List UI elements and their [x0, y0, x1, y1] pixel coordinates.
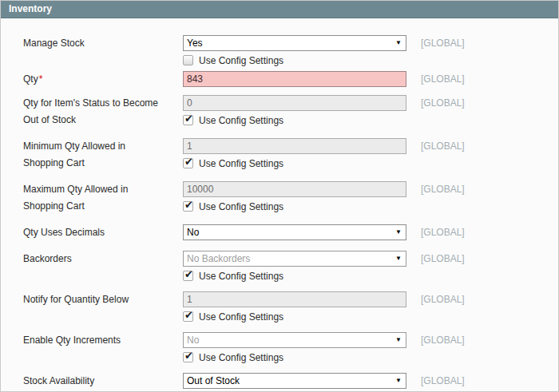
form-row-notify-qty: Notify for Quantity Below Use Config Set… [1, 291, 558, 323]
required-mark: * [39, 73, 43, 85]
form-row-min-qty: Minimum Qty Allowed in Shopping Cart Use… [1, 138, 558, 172]
use-config-label: Use Config Settings [199, 115, 283, 126]
panel-title: Inventory [1, 1, 558, 18]
checkbox-box[interactable] [183, 55, 193, 65]
checkbox-box[interactable] [183, 115, 193, 125]
scope-label: [GLOBAL] [421, 71, 465, 87]
min-qty-input[interactable] [183, 138, 406, 154]
scope-label: [GLOBAL] [421, 224, 465, 240]
use-config-checkbox-row[interactable]: Use Config Settings [183, 351, 406, 363]
stock-availability-select-wrap: Out of Stock ▼ [183, 373, 406, 389]
form-row-max-qty: Maximum Qty Allowed in Shopping Cart Use… [1, 181, 558, 215]
scope-label: [GLOBAL] [421, 373, 465, 389]
use-config-label: Use Config Settings [199, 352, 283, 363]
backorders-select[interactable]: No Backorders [183, 251, 406, 267]
form-row-backorders: Backorders No Backorders ▼ Use Config Se… [1, 251, 558, 282]
manage-stock-select-wrap: Yes ▼ [183, 35, 406, 51]
checkbox-box[interactable] [183, 271, 193, 281]
use-config-label: Use Config Settings [199, 271, 283, 282]
use-config-checkbox-row[interactable]: Use Config Settings [183, 54, 406, 66]
manage-stock-select[interactable]: Yes [183, 35, 406, 51]
form-row-stock-availability: Stock Availability Out of Stock ▼ [GLOBA… [1, 373, 558, 390]
form-row-qty-increments: Enable Qty Increments No ▼ Use Config Se… [1, 332, 558, 363]
scope-label: [GLOBAL] [421, 181, 465, 197]
qty-increments-select-wrap: No ▼ [183, 332, 406, 348]
qty-out-of-stock-input[interactable] [183, 95, 406, 111]
field-label: Enable Qty Increments [23, 332, 167, 349]
qty-decimals-select-wrap: No ▼ [183, 224, 406, 240]
form-row-qty-out-of-stock: Qty for Item's Status to Become Out of S… [1, 95, 558, 129]
scope-label: [GLOBAL] [421, 138, 465, 154]
checkbox-box[interactable] [183, 158, 193, 168]
field-label: Maximum Qty Allowed in Shopping Cart [23, 181, 167, 215]
field-label: Notify for Quantity Below [23, 291, 167, 308]
use-config-label: Use Config Settings [199, 158, 283, 169]
form-row-qty: Qty* [GLOBAL] [1, 71, 558, 88]
use-config-label: Use Config Settings [199, 311, 283, 323]
qty-increments-select[interactable]: No [183, 332, 406, 348]
field-label: Qty* [23, 71, 167, 88]
scope-label: [GLOBAL] [421, 95, 465, 111]
backorders-select-wrap: No Backorders ▼ [183, 251, 406, 267]
use-config-checkbox-row[interactable]: Use Config Settings [183, 200, 406, 212]
checkbox-box[interactable] [183, 201, 193, 212]
use-config-checkbox-row[interactable]: Use Config Settings [183, 270, 406, 282]
form-row-manage-stock: Manage Stock Yes ▼ Use Config Settings [… [1, 35, 558, 66]
field-label: Qty for Item's Status to Become Out of S… [23, 95, 167, 129]
scope-label: [GLOBAL] [421, 291, 465, 307]
field-label: Manage Stock [23, 35, 167, 52]
field-label: Qty Uses Decimals [23, 224, 167, 241]
scope-label: [GLOBAL] [421, 332, 465, 348]
checkbox-box[interactable] [183, 311, 193, 322]
stock-availability-select[interactable]: Out of Stock [183, 373, 406, 389]
max-qty-input[interactable] [183, 181, 406, 197]
qty-decimals-select[interactable]: No [183, 224, 406, 240]
form-row-qty-decimals: Qty Uses Decimals No ▼ [GLOBAL] [1, 224, 558, 241]
inventory-panel: Inventory Manage Stock Yes ▼ Use Config … [0, 0, 559, 392]
qty-input[interactable] [183, 71, 406, 87]
checkbox-box[interactable] [183, 352, 193, 362]
field-label: Minimum Qty Allowed in Shopping Cart [23, 138, 167, 172]
notify-qty-input[interactable] [183, 291, 406, 307]
inventory-form: Manage Stock Yes ▼ Use Config Settings [… [1, 18, 558, 391]
use-config-checkbox-row[interactable]: Use Config Settings [183, 311, 406, 323]
field-label: Stock Availability [23, 373, 167, 390]
use-config-label: Use Config Settings [199, 201, 283, 212]
use-config-label: Use Config Settings [199, 55, 283, 66]
use-config-checkbox-row[interactable]: Use Config Settings [183, 114, 406, 126]
scope-label: [GLOBAL] [421, 251, 465, 267]
field-label: Backorders [23, 251, 167, 267]
scope-label: [GLOBAL] [421, 35, 465, 51]
use-config-checkbox-row[interactable]: Use Config Settings [183, 157, 406, 169]
